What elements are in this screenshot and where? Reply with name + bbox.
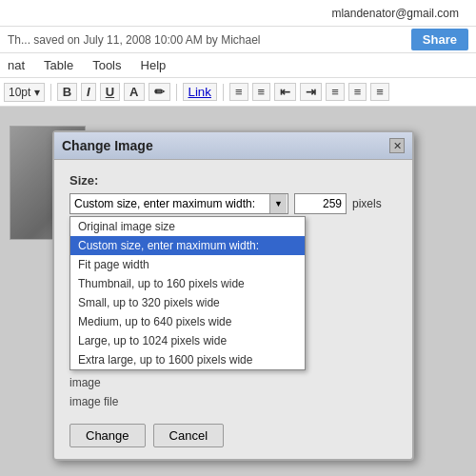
- option-fit-page[interactable]: Fit page width: [70, 255, 305, 274]
- list-ol-button[interactable]: ≡: [252, 83, 271, 101]
- toolbar-separator: [50, 84, 51, 101]
- bold-button[interactable]: B: [57, 83, 77, 101]
- dialog-close-button[interactable]: ✕: [389, 138, 405, 153]
- content-area: Change Image ✕ Size: Custom size, enter …: [0, 107, 476, 476]
- toolbar-separator-3: [223, 84, 224, 101]
- option-extra-large[interactable]: Extra large, up to 1600 pixels wide: [70, 350, 305, 369]
- option-original[interactable]: Original image size: [70, 217, 305, 236]
- indent-more-button[interactable]: ⇥: [300, 83, 322, 101]
- option-thumbnail[interactable]: Thumbnail, up to 160 pixels wide: [70, 274, 305, 293]
- toolbar: 10pt ▾ B I U A ✏ Link ≡ ≡ ⇤ ⇥ ≡ ≡ ≡: [0, 78, 476, 107]
- cancel-button[interactable]: Cancel: [153, 424, 224, 447]
- highlight-button[interactable]: ✏: [149, 83, 170, 101]
- option-custom[interactable]: Custom size, enter maximum width:: [70, 236, 305, 255]
- font-size-selector[interactable]: 10pt ▾: [4, 83, 45, 102]
- underline-button[interactable]: U: [100, 83, 120, 101]
- dialog-buttons: Change Cancel: [69, 424, 397, 447]
- option-medium[interactable]: Medium, up to 640 pixels wide: [70, 312, 305, 331]
- dialog-title: Change Image: [62, 138, 153, 153]
- change-image-dialog: Change Image ✕ Size: Custom size, enter …: [52, 130, 414, 461]
- menu-item-tools[interactable]: Tools: [89, 56, 125, 74]
- size-select-display[interactable]: Custom size, enter maximum width:: [69, 193, 288, 214]
- italic-button[interactable]: I: [81, 83, 96, 101]
- indent-less-button[interactable]: ⇤: [274, 83, 296, 101]
- dialog-body: Size: Custom size, enter maximum width: …: [54, 160, 412, 459]
- align-right-button[interactable]: ≡: [370, 83, 389, 101]
- option-small[interactable]: Small, up to 320 pixels wide: [70, 293, 305, 312]
- email-text: mlandenator@gmail.com: [8, 7, 468, 20]
- align-left-button[interactable]: ≡: [326, 83, 345, 101]
- pixels-input[interactable]: [294, 193, 347, 214]
- saved-info: Th... saved on July 11, 2008 10:00 AM by…: [8, 33, 261, 47]
- size-label: Size:: [69, 173, 397, 188]
- change-button[interactable]: Change: [69, 424, 146, 447]
- toolbar-separator-2: [176, 84, 177, 101]
- align-center-button[interactable]: ≡: [348, 83, 367, 101]
- desc-text-2: image: [69, 376, 397, 389]
- pixels-label: pixels: [352, 197, 382, 210]
- menu-bar: nat Table Tools Help: [0, 53, 476, 78]
- menu-item-nat[interactable]: nat: [4, 56, 29, 74]
- top-bar: mlandenator@gmail.com: [0, 0, 476, 27]
- size-select-wrapper: Custom size, enter maximum width: ▼ Orig…: [69, 193, 288, 214]
- option-large[interactable]: Large, up to 1024 pixels wide: [70, 331, 305, 350]
- size-dropdown-list: Original image size Custom size, enter m…: [69, 216, 306, 370]
- desc-text-3: image file: [69, 395, 397, 408]
- share-button[interactable]: Share: [411, 29, 468, 50]
- menu-item-table[interactable]: Table: [40, 56, 77, 74]
- menu-item-help[interactable]: Help: [137, 56, 170, 74]
- size-row: Custom size, enter maximum width: ▼ Orig…: [69, 193, 397, 214]
- link-button[interactable]: Link: [183, 83, 217, 101]
- size-select-value: Custom size, enter maximum width:: [74, 197, 255, 210]
- list-ul-button[interactable]: ≡: [229, 83, 248, 101]
- saved-bar: Th... saved on July 11, 2008 10:00 AM by…: [0, 27, 476, 53]
- dialog-title-bar: Change Image ✕: [54, 132, 412, 160]
- text-color-button[interactable]: A: [124, 83, 144, 101]
